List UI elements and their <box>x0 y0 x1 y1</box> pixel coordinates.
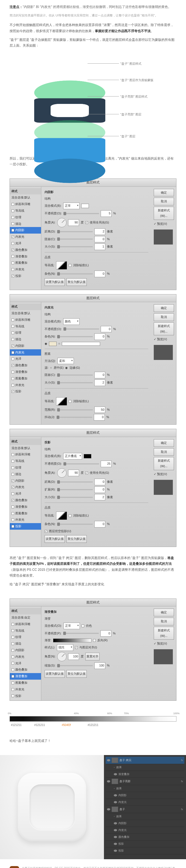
noise-slider[interactable] <box>57 273 93 274</box>
new-style-button[interactable]: 新建样式(W)... <box>154 457 174 470</box>
diagram-label-5: "盘子" 图层 <box>120 134 136 139</box>
visibility-icon[interactable] <box>107 759 110 762</box>
angle-input[interactable]: 90 <box>68 219 79 226</box>
style-color-overlay[interactable]: 颜色叠加 <box>10 247 41 253</box>
distance-slider[interactable] <box>57 231 93 232</box>
para4: 再把 "盘子" 图层复制一份，得到 "盘子 拷贝" 图层，删除其图层样式，然后以… <box>9 555 177 579</box>
blend-mode-select[interactable]: 正常 <box>63 203 80 209</box>
layer-style-dialog-2: 图层样式 样式 混合选项:默认 斜面和浮雕 等高线 纹理 描边 内阴影 内发光 … <box>9 294 177 425</box>
new-style-button[interactable]: 新建样式(W)... <box>154 322 174 336</box>
layer-style-dialog-3: 图层样式 样式 混合选项:默认 斜面和浮雕 等高线 纹理 描边 内阴影 内发光 … <box>9 429 177 547</box>
cancel-button[interactable]: 取消 <box>154 313 174 321</box>
stop-3: #504f2f <box>62 723 71 727</box>
style-drop-shadow[interactable]: 投影 <box>10 273 41 279</box>
para2: "盘子" 图层是 "盘子边缘图层" 剪贴蒙版，剪贴蒙版有一个特点，就是它的图层样… <box>9 37 177 49</box>
stop-1: #121211 <box>11 723 22 727</box>
style-pattern-overlay[interactable]: 图案叠加 <box>10 260 41 266</box>
cancel-button[interactable]: 取消 <box>154 198 174 205</box>
quality-label: 品质 <box>45 255 148 260</box>
style-grad-overlay[interactable]: 渐变叠加 <box>10 253 41 260</box>
style-inner-shadow[interactable]: 内阴影 <box>10 227 41 234</box>
author-avatar <box>9 866 19 868</box>
gradient-bar[interactable] <box>9 716 177 722</box>
style-stroke[interactable]: 描边 <box>10 221 41 227</box>
layer-style-dialog-1: 图层样式 样式 混合选项:默认 斜面和浮雕 等高线 纹理 描边 内阴影 内发光 … <box>9 179 177 290</box>
set-default-button[interactable]: 设置为默认值 <box>45 278 65 286</box>
style-grad-overlay[interactable]: 渐变叠加 <box>10 673 41 680</box>
para5: 给 "盘子 拷贝" 图层赋予 "渐变叠加" 来实现盘子厚度上的光影变化 <box>9 582 177 588</box>
glow-color-swatch[interactable] <box>49 342 57 346</box>
preview-thumb <box>154 229 173 245</box>
layer-row[interactable]: 盘子fx <box>106 806 184 813</box>
choke-input[interactable]: 0 <box>95 236 105 243</box>
ok-button[interactable]: 确定 <box>154 609 174 616</box>
diagram-label-3: "盘子亮部" 图层样式 <box>120 94 147 99</box>
layer-row[interactable]: 盘子 拷贝fx <box>106 757 184 764</box>
layers-panel: 盘子 拷贝fx ◦效果 渐变叠加 盘子亮部fx ◦效果 内阴影 内发光 盘子fx… <box>104 755 186 859</box>
result-preview <box>0 755 104 859</box>
style-bevel[interactable]: 斜面和浮雕 <box>10 201 41 208</box>
style-outer-glow[interactable]: 外发光 <box>10 266 41 273</box>
blend-mode-select[interactable]: 颜色 <box>63 318 80 325</box>
glow-gradient[interactable] <box>62 342 100 346</box>
global-light-checkbox[interactable] <box>85 221 88 224</box>
diagram-label-1: "盘子" 图层样式 <box>120 61 141 67</box>
stop-4: #121211 <box>88 723 99 727</box>
subtitle: 简洁的写实性类扁平图设计。但从 UI等等都有很大应用空间，通过一点点调整，让整个… <box>9 13 177 19</box>
gradient-picker[interactable] <box>53 639 91 642</box>
reset-default-button[interactable]: 复位为默认值 <box>67 278 87 286</box>
choke-slider[interactable] <box>57 239 93 240</box>
style-inner-glow[interactable]: 内发光 <box>10 234 41 240</box>
diagram-label-4: "盘子亮部" 图层 <box>120 112 141 117</box>
layer-style-dialog-4: 图层样式 样式 混合选项:自定 斜面和浮雕 等高线 纹理 描边 内阴影 内发光 … <box>9 598 177 701</box>
dialog-title: 图层样式 <box>10 294 176 302</box>
size-slider[interactable] <box>57 246 93 247</box>
preview-checkbox[interactable]: ✓ 预览(V) <box>154 221 174 227</box>
cancel-button[interactable]: 取消 <box>154 448 174 456</box>
noise-input[interactable]: 0 <box>95 271 105 277</box>
note: 注意点："内阴影" 和 "内发光" 的透明度都比较低，渐变也比较微弱，同时别忘了… <box>9 4 177 10</box>
size-input[interactable]: 1 <box>95 244 105 250</box>
angle-dial[interactable] <box>57 218 67 227</box>
style-header: 样式 <box>10 188 41 195</box>
layer-diagram: "盘子" 图层样式 "盘子" 图层作为剪贴蒙版 "盘子亮部" 图层样式 "盘子亮… <box>9 52 177 156</box>
new-style-button[interactable]: 新建样式(W)... <box>154 207 174 220</box>
style-contour[interactable]: 等高线 <box>10 208 41 214</box>
cancel-button[interactable]: 取消 <box>154 618 174 625</box>
section-title: 内阴影 <box>45 189 148 195</box>
style-list: 样式 混合选项:默认 斜面和浮雕 等高线 纹理 描边 内阴影 内发光 光泽 颜色… <box>10 187 41 290</box>
new-style-button[interactable]: 新建样式(W)... <box>154 627 174 640</box>
style-texture[interactable]: 纹理 <box>10 214 41 221</box>
diagram-label-2: "盘子" 图层作为剪贴蒙版 <box>120 78 153 83</box>
style-drop-shadow[interactable]: 投影 <box>10 523 41 530</box>
antialias-checkbox[interactable] <box>69 264 71 267</box>
opacity-slider[interactable] <box>64 213 99 214</box>
layer-row[interactable]: 盘子亮部fx <box>106 778 184 785</box>
distance-input[interactable]: 2 <box>95 228 105 235</box>
ok-button[interactable]: 确定 <box>154 439 174 447</box>
ok-button[interactable]: 确定 <box>154 304 174 312</box>
style-blend[interactable]: 混合选项:默认 <box>10 194 41 201</box>
opacity-input[interactable]: 5 <box>101 210 112 217</box>
color-swatch[interactable] <box>81 204 89 208</box>
ok-button[interactable]: 确定 <box>154 189 174 196</box>
gradient-editor: 0% 40% 60% 70% 100% #121211 #121211 #504… <box>0 705 186 734</box>
para6: 哈哈~盘子基本上就完成了！ <box>9 738 177 744</box>
para1: 不少刚开始接触图层样式的人，经常会把各种效果的设置弄得很 "浓重"，然而这是一个… <box>9 22 177 34</box>
struct-label: 结构 <box>45 196 148 202</box>
stop-2: #121211 <box>34 723 45 727</box>
style-inner-glow[interactable]: 内发光 <box>10 349 41 356</box>
style-satin[interactable]: 光泽 <box>10 240 41 247</box>
contour-picker[interactable] <box>56 261 67 270</box>
footer-text: 当最开始是篇教程的时候，PS CC 2015还没推出，然后已于不久前更新增添完成… <box>22 866 177 868</box>
